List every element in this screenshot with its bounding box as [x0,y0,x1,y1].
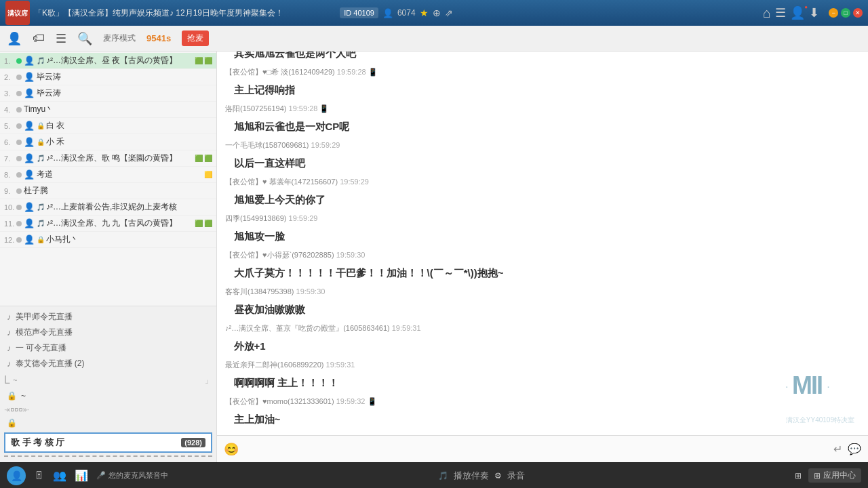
msg-time: 19:59:29 [289,214,318,222]
msg-content: 其实旭旭云雀也是两个人吧 [225,52,860,61]
maximize-button[interactable]: □ [841,8,850,18]
queue-num: 1. [4,57,16,65]
chart-icon[interactable]: 📊 [75,469,88,482]
music-icon: ♪ [7,327,12,338]
msg-content: 主上加油~ [225,412,860,428]
suggest-label: 泰艾德令无直播 (2) [16,358,85,369]
chat-input[interactable] [244,444,828,454]
send-icons: ↵ 💬 [833,443,861,455]
queue-item[interactable]: 12. 👤 🔒 小马扎丶 [0,232,216,248]
chat-message: 客客川(1384795398) 19:59:30 [225,285,860,298]
msg-content: 旭旭攻一脸 [225,229,860,245]
queue-item[interactable]: 10. 👤 🎵 ♪²…上麦前看公告,非汉妮勿上麦考核 [0,199,216,216]
queue-item[interactable]: 8. 👤 考道 🟨 [0,167,216,183]
tag-icon[interactable]: 🏷 [33,31,45,45]
queue-num: 4. [4,106,16,114]
msg-time: 19:59:30 [296,287,326,296]
queue-item-name: ♪²…满汉全席、歌 鸣【楽園の黄昏】 [46,152,195,164]
user-icon: 👤 [24,218,35,228]
chat-message: 其实旭旭云雀也是两个人吧 [225,52,860,61]
avatar-icon[interactable]: 👤 [7,31,22,46]
status-dot [16,107,22,113]
lock-item[interactable]: 🔒~ [0,389,216,403]
lock-item-2[interactable]: 🔒 [0,416,216,430]
mic-label: 您的麦克风禁音中 [108,470,168,481]
queue-item[interactable]: 9. 杜子腾 [0,183,216,199]
msg-content: 昼夜加油嗷嗷嗷 [225,302,860,318]
queue-num: 8. [4,171,16,179]
queue-item[interactable]: 3. 👤 毕云涛 [0,85,216,102]
queue-item[interactable]: 7. 👤 🎵 ♪²…满汉全席、歌 鸣【楽園の黄昏】 🟩🟩 [0,150,216,167]
status-dot [16,140,22,145]
queue-item-name: 小 禾 [46,136,212,148]
close-button[interactable]: ✕ [853,8,863,18]
minimize-button[interactable]: − [829,8,838,18]
queue-item-name: ♪²…上麦前看公告,非汉妮勿上麦考核 [46,201,212,213]
queue-num: 11. [4,220,16,228]
queue-item-name: 考道 [37,169,204,180]
news-icon[interactable]: ☰ [775,5,786,20]
record-button[interactable]: 录音 [507,470,525,482]
suggest-item[interactable]: ♪模范声令无直播 [0,325,216,340]
user-icon: 👤 [24,121,35,131]
status-dot [16,123,22,129]
msg-content: 主上记得响指 [225,83,860,98]
link-icon[interactable]: ⇗ [445,7,453,18]
sender-info: ♪²…满汉全席、堇京『吃货の殿堂』(1605863461) 19:59:31 [225,324,421,332]
msg-time: 19:59:31 [326,361,355,369]
song-icon: 🎵 [37,220,45,227]
settings-icon[interactable]: ⚙ [494,471,502,481]
queue-item[interactable]: 1. 👤 🎵 ♪²…满汉全席、昼 夜【古风の黄昏】 🟩🟩 [0,53,216,69]
notification-icon[interactable]: 👤● [790,5,805,20]
enter-icon[interactable]: ↵ [833,443,842,455]
equalizer-icon[interactable]: 🎚 [34,470,45,482]
chat-message: 昼夜加油嗷嗷嗷 [225,302,860,318]
left-panel: 1. 👤 🎵 ♪²…满汉全席、昼 夜【古风の黄昏】 🟩🟩 2. 👤 毕云涛 3.… [0,52,217,462]
queue-item[interactable]: 6. 👤 🔒 小 禾 [0,134,216,150]
queue-item[interactable]: 5. 👤 🔒 白 衣 [0,118,216,134]
chat-area: ♪²…满汉全席、独孤殇『吃货の殿堂』(1598436595) 19:59:27 … [217,52,868,435]
queue-num: 10. [4,203,16,211]
comment-icon[interactable]: 💬 [848,443,861,455]
share-icon[interactable]: ⊕ [433,7,441,18]
sender-info: 最近亲拜二郎神(1606899220) 19:59:31 [225,361,355,369]
selected-channel[interactable]: 歌 手 考 核 厅 (928) [4,432,212,453]
star-icon[interactable]: ★ [420,7,429,18]
followers-count: 6074 [397,8,416,18]
user-list-icon[interactable]: 👥 [53,469,66,482]
user-avatar[interactable]: 👤 [7,466,26,485]
download-icon[interactable]: ⬇ [809,5,819,20]
app-center-button[interactable]: ⊞ 应用中心 [808,468,861,483]
suggest-label: 模范声令无直播 [16,327,73,338]
queue-item-name: ♪²…满汉全席、九 九【古风の黄昏】 [46,218,195,229]
status-dot [16,91,22,96]
msg-time: 19:59:29 [311,141,340,149]
user-icon: 👤 [24,235,35,245]
msg-content: 外放+1 [225,339,860,354]
emoji-button[interactable]: 😊 [224,442,239,457]
queue-num: 3. [4,89,16,98]
bottombar: 👤 🎚 👥 📊 🎤 您的麦克风禁音中 🎵 播放伴奏 ⚙ 录音 ⊞ ⊞ 应用中心 [0,462,868,488]
layout-icon[interactable]: ⊞ [795,471,802,481]
status-dot [16,58,22,64]
queue-count: 9541s [146,33,171,43]
suggest-item[interactable]: ♪泰艾德令无直播 (2) [0,356,216,371]
suggest-item[interactable]: ♪一 可令无直播 [0,340,216,356]
queue-item[interactable]: 11. 👤 🎵 ♪²…满汉全席、九 九【古风の黄昏】 🟩🟩 [0,216,216,232]
app-icon: ⊞ [814,471,821,481]
chat-message: 四季(1549913869) 19:59:29 [225,211,860,225]
dashed-separator [4,455,212,457]
queue-item-name: 毕云涛 [37,71,212,83]
song-icon: 🔒 [37,236,45,243]
menu-icon[interactable]: ☰ [56,31,66,46]
queue-list: 1. 👤 🎵 ♪²…满汉全席、昼 夜【古风の黄昏】 🟩🟩 2. 👤 毕云涛 3.… [0,52,216,306]
play-accompany-button[interactable]: 播放伴奏 [454,470,489,482]
chat-message: 【夜公馆】♥ 慕裳年(1472156607) 19:59:29 [225,175,860,188]
grab-mic-button[interactable]: 抢麦 [182,30,209,46]
search-icon[interactable]: 🔍 [77,31,92,46]
home-icon[interactable]: ⌂ [763,5,771,21]
queue-item[interactable]: 4. Timyu丶 [0,102,216,118]
queue-item[interactable]: 2. 👤 毕云涛 [0,69,216,85]
suggest-label: 一 可令无直播 [16,342,66,354]
suggest-item[interactable]: ♪美甲师令无直播 [0,309,216,325]
